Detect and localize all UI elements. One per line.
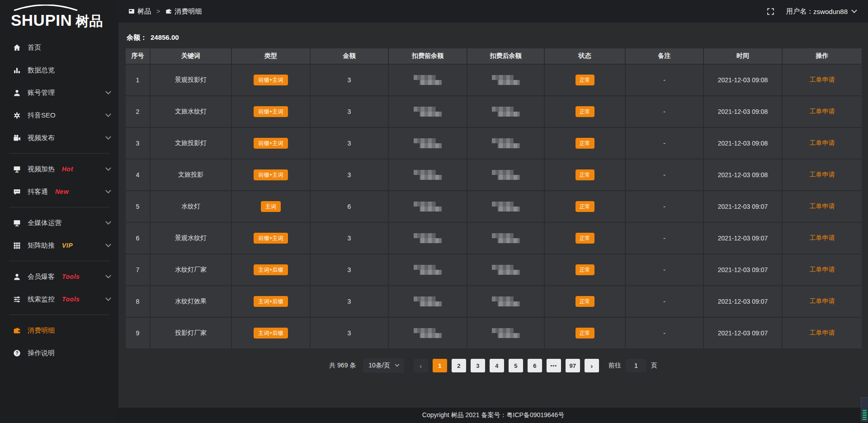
page-button[interactable]: 4 bbox=[490, 359, 504, 372]
sidebar-item-douketong[interactable]: 抖客通New bbox=[0, 180, 118, 203]
column-header: 时间 bbox=[704, 48, 783, 65]
column-header: 金额 bbox=[311, 48, 389, 65]
breadcrumb-item-current[interactable]: 消费明细 bbox=[165, 7, 202, 16]
prev-page-button[interactable]: ‹ bbox=[414, 359, 428, 372]
masked-value bbox=[492, 265, 520, 275]
cell-balance-before bbox=[389, 286, 467, 318]
ticket-apply-link[interactable]: 工单申请 bbox=[810, 329, 835, 336]
page-button[interactable]: 5 bbox=[509, 359, 523, 372]
page-button[interactable]: 6 bbox=[528, 359, 542, 372]
cell-note: - bbox=[626, 254, 704, 286]
page-button[interactable]: 3 bbox=[471, 359, 485, 372]
page-button[interactable]: 1 bbox=[433, 359, 447, 372]
sidebar-item-leads-monitor[interactable]: 线索监控Tools bbox=[0, 288, 118, 310]
bar-chart-icon bbox=[13, 66, 21, 74]
sidebar-item-consume-detail[interactable]: 消费明细 bbox=[0, 319, 118, 342]
next-page-button[interactable]: › bbox=[585, 359, 599, 372]
page-button[interactable]: 97 bbox=[566, 359, 580, 372]
question-icon: ? bbox=[13, 349, 21, 357]
ticket-apply-link[interactable]: 工单申请 bbox=[810, 108, 835, 115]
type-badge: 前缀+主词 bbox=[254, 106, 288, 117]
type-badge: 主词+后缀 bbox=[254, 296, 288, 307]
breadcrumb-item-home[interactable]: 树品 bbox=[128, 7, 151, 16]
divider bbox=[9, 207, 109, 207]
cell-action: 工单申请 bbox=[783, 96, 862, 128]
masked-value bbox=[492, 138, 520, 148]
username-label: 用户名： bbox=[786, 7, 813, 16]
ticket-apply-link[interactable]: 工单申请 bbox=[810, 76, 835, 83]
cell-note: - bbox=[626, 286, 704, 318]
page-buttons: 123456•••97 bbox=[430, 359, 582, 372]
masked-value bbox=[414, 233, 442, 243]
cell-type: 前缀+主词 bbox=[232, 160, 311, 191]
sidebar-item-label: 会员爆客 bbox=[28, 273, 55, 281]
chevron-down-icon bbox=[851, 7, 857, 13]
cell-balance-after bbox=[467, 96, 545, 128]
column-header: 操作 bbox=[783, 48, 862, 65]
cell-no: 7 bbox=[126, 254, 151, 286]
wallet-icon bbox=[13, 326, 21, 334]
masked-value bbox=[492, 328, 520, 338]
ticket-apply-link[interactable]: 工单申请 bbox=[810, 266, 835, 273]
cell-time: 2021-12-03 09:08 bbox=[704, 96, 783, 128]
page-button[interactable]: 2 bbox=[452, 359, 466, 372]
chat-icon bbox=[13, 188, 21, 196]
sidebar-item-matrix-boost[interactable]: 矩阵助推VIP bbox=[0, 234, 118, 257]
ticket-apply-link[interactable]: 工单申请 bbox=[810, 297, 835, 305]
divider bbox=[9, 261, 109, 261]
member-icon bbox=[13, 273, 21, 281]
cell-no: 8 bbox=[126, 286, 151, 318]
video-camera-icon bbox=[13, 134, 21, 142]
ticket-apply-link[interactable]: 工单申请 bbox=[810, 139, 835, 146]
chevron-down-icon bbox=[105, 219, 111, 225]
table-row: 8水纹灯效果主词+后缀3正常-2021-12-03 09:07工单申请 bbox=[126, 286, 862, 318]
cell-balance-before bbox=[389, 191, 467, 223]
masked-value bbox=[414, 202, 442, 212]
ticket-apply-link[interactable]: 工单申请 bbox=[810, 202, 835, 210]
recorder-widget-icon bbox=[861, 397, 868, 422]
page-ellipsis-button[interactable]: ••• bbox=[547, 359, 561, 372]
cell-status: 正常 bbox=[545, 318, 626, 349]
masked-value bbox=[414, 138, 442, 148]
cell-note: - bbox=[626, 191, 704, 223]
sidebar-item-media-ops[interactable]: 全媒体运营 bbox=[0, 212, 118, 234]
cell-keyword: 文旅投影灯 bbox=[151, 128, 232, 160]
sidebar-item-account-manage[interactable]: 账号管理 bbox=[0, 81, 118, 104]
cell-balance-before bbox=[389, 223, 467, 254]
sidebar-item-douyin-seo[interactable]: 抖音SEO bbox=[0, 104, 118, 127]
chevron-down-icon bbox=[105, 134, 111, 140]
brand-logo: SHUPIN 树品 bbox=[0, 0, 118, 33]
cell-balance-after bbox=[467, 128, 545, 160]
sidebar-item-video-publish[interactable]: 视频发布 bbox=[0, 127, 118, 149]
brand-name-cn: 树品 bbox=[75, 12, 103, 31]
cell-type: 前缀+主词 bbox=[232, 128, 311, 160]
fullscreen-icon[interactable] bbox=[767, 8, 774, 15]
cell-balance-before bbox=[389, 128, 467, 160]
table-row: 6景观水纹灯前缀+主词3正常-2021-12-03 09:07工单申请 bbox=[126, 223, 862, 254]
masked-value bbox=[492, 170, 520, 180]
ticket-apply-link[interactable]: 工单申请 bbox=[810, 234, 835, 241]
cell-status: 正常 bbox=[545, 160, 626, 191]
user-icon bbox=[13, 89, 21, 97]
masked-value bbox=[492, 75, 520, 85]
goto-label: 前往 bbox=[609, 362, 621, 370]
cell-type: 前缀+主词 bbox=[232, 96, 311, 128]
cell-action: 工单申请 bbox=[783, 65, 862, 96]
breadcrumb: 树品 > 消费明细 bbox=[128, 7, 202, 16]
sidebar-item-member-baoke[interactable]: 会员爆客Tools bbox=[0, 265, 118, 288]
goto-page-input[interactable] bbox=[626, 359, 646, 372]
cell-balance-after bbox=[467, 65, 545, 96]
table-body: 1景观投影灯前缀+主词3正常-2021-12-03 09:08工单申请2文旅水纹… bbox=[126, 65, 862, 349]
cell-action: 工单申请 bbox=[783, 286, 862, 318]
sidebar-item-data-overview[interactable]: 数据总览 bbox=[0, 59, 118, 81]
page-size-select[interactable]: 10条/页 bbox=[363, 358, 404, 373]
user-menu[interactable]: 用户名： zswodun88 bbox=[786, 7, 856, 16]
sidebar-item-help[interactable]: ?操作说明 bbox=[0, 342, 118, 364]
topbar: 树品 > 消费明细 用户名： zswodun88 bbox=[118, 0, 868, 23]
ticket-apply-link[interactable]: 工单申请 bbox=[810, 171, 835, 178]
breadcrumb-separator: > bbox=[156, 8, 160, 15]
balance-label: 余额： bbox=[127, 33, 147, 42]
sidebar-item-home[interactable]: 首页 bbox=[0, 36, 118, 59]
cell-note: - bbox=[626, 65, 704, 96]
sidebar-item-video-heat[interactable]: 视频加热Hot bbox=[0, 158, 118, 180]
